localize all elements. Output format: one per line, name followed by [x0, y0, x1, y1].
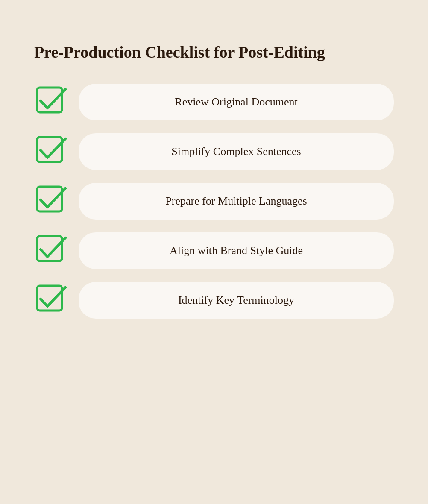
- item-label-box: Identify Key Terminology: [79, 282, 394, 319]
- list-item[interactable]: Identify Key Terminology: [34, 282, 394, 319]
- checkbox-icon: [34, 234, 68, 268]
- checkbox-icon: [34, 283, 68, 317]
- item-label-box: Review Original Document: [79, 84, 394, 120]
- list-item[interactable]: Simplify Complex Sentences: [34, 133, 394, 170]
- item-label: Simplify Complex Sentences: [171, 145, 301, 158]
- item-label: Align with Brand Style Guide: [170, 244, 303, 257]
- item-label-box: Simplify Complex Sentences: [79, 133, 394, 170]
- checkbox-icon: [34, 135, 68, 169]
- list-item[interactable]: Prepare for Multiple Languages: [34, 183, 394, 220]
- item-label: Review Original Document: [175, 96, 297, 108]
- item-label: Identify Key Terminology: [178, 294, 294, 307]
- item-label: Prepare for Multiple Languages: [165, 195, 307, 208]
- item-label-box: Prepare for Multiple Languages: [79, 183, 394, 220]
- list-item[interactable]: Align with Brand Style Guide: [34, 232, 394, 269]
- checklist: Review Original Document Simplify Comple…: [34, 84, 394, 319]
- list-item[interactable]: Review Original Document: [34, 84, 394, 120]
- item-label-box: Align with Brand Style Guide: [79, 232, 394, 269]
- checkbox-icon: [34, 85, 68, 119]
- checkbox-icon: [34, 184, 68, 218]
- page-title: Pre-Production Checklist for Post-Editin…: [34, 43, 394, 62]
